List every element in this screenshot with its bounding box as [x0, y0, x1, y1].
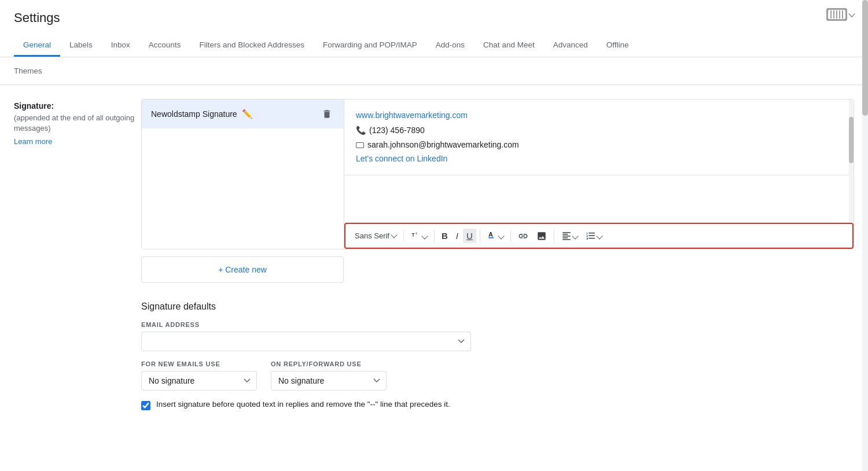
list-chevron — [596, 233, 602, 239]
learn-more-link[interactable]: Learn more — [14, 137, 141, 146]
link-icon — [518, 231, 528, 241]
toolbar-sep-1 — [403, 230, 404, 242]
signature-editor-scroll: www.brightwavemarketing.com 📞 (123) 456-… — [344, 100, 854, 223]
font-size-chevron — [421, 233, 428, 239]
reply-forward-label: On Reply/Forward Use — [271, 360, 387, 367]
insert-signature-checkbox-row: Insert signature before quoted text in r… — [141, 400, 854, 410]
italic-button[interactable]: I — [453, 229, 462, 243]
toolbar-sep-2 — [434, 230, 435, 242]
tab-labels[interactable]: Labels — [60, 35, 102, 57]
keyboard-icon — [826, 8, 847, 21]
new-emails-label: For New Emails Use — [141, 360, 257, 367]
keyboard-shortcut-area[interactable] — [826, 8, 854, 21]
svg-text:T: T — [411, 233, 414, 238]
tab-inbox[interactable]: Inbox — [102, 35, 139, 57]
page-title: Settings — [14, 10, 854, 25]
signature-item-name: Newoldstamp Signature ✏️ — [151, 109, 253, 119]
page-scrollbar — [862, 0, 868, 471]
toolbar-sep-3 — [480, 230, 480, 242]
reply-forward-select[interactable]: No signature — [271, 371, 387, 391]
edit-signature-icon[interactable]: ✏️ — [242, 109, 253, 119]
signature-content[interactable]: www.brightwavemarketing.com 📞 (123) 456-… — [344, 100, 854, 175]
settings-header: Settings General Labels Inbox Accounts F… — [0, 0, 868, 57]
bold-button[interactable]: B — [438, 229, 451, 243]
signature-name-text: Newoldstamp Signature — [151, 109, 237, 119]
website-link[interactable]: www.brightwavemarketing.com — [356, 111, 468, 120]
image-icon — [536, 231, 547, 241]
signature-item-actions — [319, 106, 334, 122]
toolbar-sep-5 — [554, 230, 554, 242]
sig-phone-row: 📞 (123) 456-7890 — [356, 124, 842, 137]
underline-button[interactable]: U — [463, 229, 476, 243]
themes-row: Themes — [0, 57, 868, 85]
svg-text:T: T — [415, 232, 417, 236]
svg-rect-3 — [488, 237, 494, 238]
signature-defaults-section: Signature defaults Email Address For New… — [141, 301, 854, 410]
font-size-icon: TT — [411, 230, 421, 242]
align-button[interactable] — [558, 229, 581, 244]
email-address-select[interactable] — [141, 332, 471, 351]
sig-email-row: sarah.johnson@brightwavemarketing.com — [356, 138, 842, 151]
text-color-icon: A — [487, 230, 498, 242]
page-scrollbar-thumb[interactable] — [862, 0, 868, 116]
signature-panel: Newoldstamp Signature ✏️ — [141, 99, 854, 410]
list-icon — [586, 231, 596, 241]
tab-filters[interactable]: Filters and Blocked Addresses — [190, 35, 314, 57]
tab-themes[interactable]: Themes — [14, 63, 42, 79]
tab-offline[interactable]: Offline — [597, 35, 638, 57]
delete-signature-button[interactable] — [319, 106, 334, 122]
signature-list-item[interactable]: Newoldstamp Signature ✏️ — [142, 100, 344, 128]
create-new-label: + Create new — [218, 265, 267, 274]
underline-icon: U — [466, 231, 473, 241]
sig-website: www.brightwavemarketing.com — [356, 109, 842, 122]
reply-forward-col: On Reply/Forward Use No signature — [271, 360, 387, 391]
font-family-label: Sans Serif — [355, 231, 389, 240]
tab-chat[interactable]: Chat and Meet — [474, 35, 544, 57]
signature-defaults-title: Signature defaults — [141, 301, 854, 312]
tab-general[interactable]: General — [14, 35, 60, 57]
signature-layout: Newoldstamp Signature ✏️ — [141, 99, 854, 249]
phone-icon: 📞 — [356, 124, 366, 137]
signature-list: Newoldstamp Signature ✏️ — [142, 100, 344, 249]
new-emails-col: For New Emails Use No signature — [141, 360, 257, 391]
link-button[interactable] — [514, 229, 532, 244]
signature-editor: www.brightwavemarketing.com 📞 (123) 456-… — [344, 100, 854, 249]
italic-icon: I — [456, 231, 458, 241]
editor-scrollbar-track — [849, 100, 854, 223]
list-button[interactable] — [582, 229, 605, 244]
signature-toolbar: Sans Serif TT B I — [344, 223, 854, 249]
insert-signature-checkbox[interactable] — [141, 401, 150, 410]
linkedin-link[interactable]: Let's connect on LinkedIn — [356, 154, 447, 163]
sig-linkedin-row: Let's connect on LinkedIn — [356, 152, 842, 165]
settings-nav: General Labels Inbox Accounts Filters an… — [14, 35, 854, 57]
email-address-label: Email Address — [141, 321, 854, 328]
sig-email-text: sarah.johnson@brightwavemarketing.com — [367, 138, 519, 151]
main-content: Signature: (appended at the end of all o… — [0, 85, 868, 424]
signature-label-area: Signature: (appended at the end of all o… — [14, 99, 141, 410]
font-family-selector[interactable]: Sans Serif — [351, 229, 400, 242]
tab-forwarding[interactable]: Forwarding and POP/IMAP — [314, 35, 426, 57]
signature-label-title: Signature: — [14, 101, 141, 111]
signature-label-sub: (appended at the end of all outgoing mes… — [14, 113, 141, 134]
svg-text:A: A — [488, 231, 493, 238]
tab-addons[interactable]: Add-ons — [426, 35, 474, 57]
editor-scrollbar-thumb[interactable] — [849, 117, 854, 163]
create-new-button[interactable]: + Create new — [141, 256, 344, 283]
tab-accounts[interactable]: Accounts — [139, 35, 190, 57]
font-size-button[interactable]: TT — [407, 227, 431, 244]
tab-advanced[interactable]: Advanced — [544, 35, 597, 57]
toolbar-sep-4 — [510, 230, 511, 242]
envelope-icon — [356, 142, 364, 148]
font-family-chevron — [391, 231, 397, 238]
align-chevron — [572, 233, 578, 239]
sig-phone-text: (123) 456-7890 — [369, 124, 425, 137]
text-color-chevron — [498, 233, 504, 239]
text-color-button[interactable]: A — [484, 227, 507, 244]
image-button[interactable] — [533, 229, 550, 244]
signature-defaults-row: For New Emails Use No signature On Reply… — [141, 360, 854, 391]
trash-icon — [322, 109, 332, 119]
align-icon — [561, 231, 572, 241]
insert-signature-label[interactable]: Insert signature before quoted text in r… — [156, 400, 450, 409]
bold-icon: B — [442, 231, 448, 241]
new-emails-select[interactable]: No signature — [141, 371, 257, 391]
